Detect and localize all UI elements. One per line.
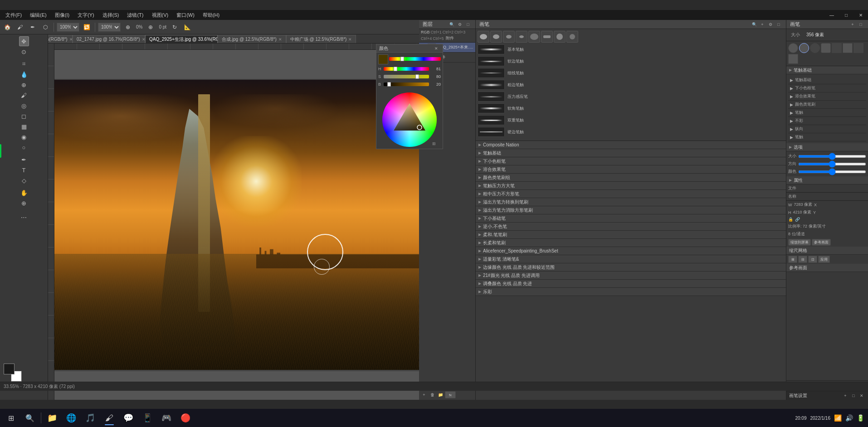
tool3[interactable]: ✒	[27, 22, 38, 33]
brush-shape-7[interactable]	[554, 31, 566, 43]
taskbar-messages[interactable]: 💬	[119, 410, 137, 426]
cat-group16[interactable]: ▶调叠颜色 光线 品质 先进	[476, 280, 786, 288]
lock-icon[interactable]: 🔒	[788, 217, 793, 222]
s-slider[interactable]	[384, 75, 429, 78]
layer-delete[interactable]: 🗑	[429, 391, 436, 398]
cat-group8[interactable]: ▶溢出方笔力消除方形笔刷	[476, 206, 786, 214]
current-color-swatch[interactable]	[378, 54, 388, 64]
tool5[interactable]: 🔁	[81, 22, 92, 33]
layer-group[interactable]: 📁	[437, 391, 444, 398]
search-button[interactable]: 🔍	[21, 410, 39, 426]
menu-window[interactable]: 窗口(W)	[175, 11, 196, 19]
blur-tool[interactable]: ◉	[19, 132, 29, 142]
scale-btn-2[interactable]: ⊟	[798, 256, 807, 263]
opt-row-3[interactable]: ▶溶合效果笔	[788, 92, 866, 101]
taskbar-game[interactable]: 🎮	[157, 410, 176, 426]
network-icon[interactable]: 📶	[834, 414, 842, 422]
link-icon[interactable]: 🔗	[795, 217, 800, 222]
opt-row-8[interactable]: ▶笔触	[788, 133, 866, 141]
zoom-tool[interactable]: ⊕	[19, 198, 29, 208]
more-tools[interactable]: ⋯	[19, 212, 29, 222]
taskbar-record[interactable]: 🔴	[176, 410, 195, 426]
bs-swatch-5[interactable]	[832, 43, 842, 53]
scale-apply[interactable]: 应用	[818, 256, 830, 263]
h-slider[interactable]	[384, 67, 429, 71]
ref-button[interactable]: 参考画面	[812, 239, 831, 246]
cat-group11[interactable]: ▶柔和.笔笔刷	[476, 231, 786, 239]
preset-thumb-3[interactable]	[478, 68, 505, 78]
preset-thumb-4[interactable]	[478, 80, 505, 90]
shape-tool[interactable]: ◇	[19, 175, 29, 185]
sound-icon[interactable]: 🔊	[845, 414, 853, 422]
cat-group14[interactable]: ▶边缘颜色 光线 品质 先进和较近范围	[476, 263, 786, 272]
foreground-color-chip[interactable]	[4, 364, 15, 374]
color-slider[interactable]	[798, 170, 866, 173]
home-button[interactable]: 🏠	[2, 22, 13, 33]
opt-row-6[interactable]: ▶不彩	[788, 117, 866, 125]
bs-swatch-3[interactable]	[810, 43, 820, 53]
sub-panels[interactable]: ▶笔触基础 ▶笔触基础 ▶下小色框笔 ▶溶合效果笔 ▶颜色类笔刷	[786, 66, 868, 380]
title-icon1[interactable]: +	[842, 392, 849, 399]
scale-header[interactable]: 缩尺网格	[786, 247, 868, 255]
menu-image[interactable]: 图像(I)	[53, 11, 71, 19]
fit-button[interactable]: 缩放到屏幕	[788, 239, 811, 246]
preset-thumb-2[interactable]	[478, 56, 505, 66]
cat-group13[interactable]: ▶适量彩笔 清晰笔&	[476, 255, 786, 263]
close-button[interactable]: ✕	[853, 10, 868, 20]
title-icon2[interactable]: □	[850, 392, 857, 399]
tab-4[interactable]: 中粮广场 @ 12.5%(RGB/8*) ✕	[286, 35, 356, 43]
start-button[interactable]: ⊞	[2, 410, 20, 426]
scale-btn-3[interactable]: ⊡	[808, 256, 817, 263]
tab-close-1[interactable]: ✕	[142, 37, 145, 42]
pen-tool[interactable]: ✒	[19, 155, 29, 165]
color-panel-close[interactable]: ✕	[433, 45, 440, 52]
bp-icon3[interactable]: ⚙	[767, 21, 774, 28]
cat-group2[interactable]: ▶下小色框笔	[476, 157, 786, 165]
tab-2[interactable]: QAQ_2925+生活.jpg @ 33.6%(RGB/8*) ✕	[145, 35, 218, 43]
props-header[interactable]: ▶属性	[786, 176, 868, 184]
opt-row-5[interactable]: ▶笔触	[788, 109, 866, 117]
text-tool[interactable]: T	[19, 165, 29, 175]
cat-group3[interactable]: ▶溶合效果笔	[476, 165, 786, 174]
tab-3[interactable]: 合成.jpg @ 12.5%(RGB/8*) ✕	[218, 35, 286, 43]
brush-tool-left[interactable]: 🖌	[19, 90, 29, 100]
bp-icon2[interactable]: +	[759, 21, 766, 28]
cat-group6[interactable]: ▶粗中压力不方形笔	[476, 190, 786, 198]
gradient-tool[interactable]: ▦	[19, 121, 29, 131]
tab-close-4[interactable]: ✕	[348, 37, 352, 42]
brush-shape-1[interactable]	[478, 31, 489, 43]
eyedrop-tool[interactable]: 💧	[19, 69, 29, 79]
bs-icon1[interactable]: +	[849, 21, 856, 28]
cat-group17[interactable]: ▶乐彩	[476, 288, 786, 296]
brush-shape-8[interactable]	[566, 31, 578, 43]
direction-slider[interactable]	[798, 163, 866, 165]
crop-tool[interactable]: ⌗	[19, 59, 29, 69]
menu-view[interactable]: 视图(V)	[150, 11, 171, 19]
brush-tool[interactable]: 🖌	[15, 22, 25, 33]
brush-shape-2[interactable]	[490, 31, 502, 43]
brush-shape-6[interactable]	[541, 31, 553, 43]
taskbar-browser[interactable]: 🌐	[62, 410, 80, 426]
tool9[interactable]: 📐	[182, 22, 193, 33]
taskbar-phone[interactable]: 📱	[138, 410, 156, 426]
bs-swatch-8[interactable]	[788, 54, 798, 64]
tool8[interactable]: ↻	[169, 22, 180, 33]
cat-group1[interactable]: ▶笔触基础	[476, 149, 786, 157]
color-triangle[interactable]	[391, 101, 428, 138]
menu-text[interactable]: 文字(Y)	[76, 11, 96, 19]
size-slider[interactable]	[798, 155, 866, 158]
bs-icon2[interactable]: □	[857, 21, 864, 28]
preset-thumb-5[interactable]	[478, 92, 505, 102]
dodge-tool[interactable]: ○	[19, 142, 29, 152]
tab-1[interactable]: 02_1747.jpg @ 16.7%(RGB/8*) ✕	[73, 35, 145, 43]
tab-close-0[interactable]: ✕	[69, 37, 73, 42]
bp-icon1[interactable]: 🔍	[751, 21, 758, 28]
heal-tool[interactable]: ⊕	[19, 80, 29, 90]
layer-fx[interactable]: fx	[445, 391, 456, 398]
layer-add[interactable]: +	[420, 391, 428, 398]
layers-settings[interactable]: ⚙	[456, 21, 463, 28]
canvas-area[interactable]	[54, 50, 419, 400]
cat-group9[interactable]: ▶下小基础笔	[476, 214, 786, 223]
lasso-tool[interactable]: ⊙	[19, 47, 29, 57]
brush-categories[interactable]: ▶笔触基础 ▶下小色框笔 ▶溶合效果笔 ▶颜色类笔刷组 ▶笔触压力方大笔 ▶粗中…	[476, 149, 786, 400]
